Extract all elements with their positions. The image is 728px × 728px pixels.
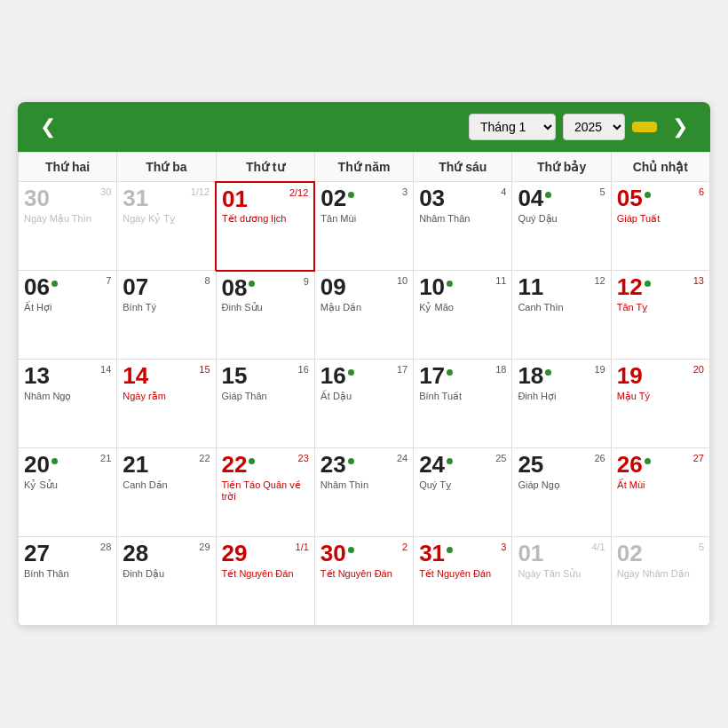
dot-green-icon — [645, 458, 651, 464]
lunar-name: Ngày rằm — [123, 391, 210, 402]
lunar-name: Bính Tuất — [419, 391, 506, 402]
calendar-week-4: 2827Bính Thân2928Đinh Dậu1/129Tết Nguyên… — [19, 537, 710, 626]
lunar-name: Nhâm Thân — [419, 213, 506, 224]
calendar-week-3: 2120Kỷ Sửu2221Canh Dần2322Tiền Táo Quân … — [19, 448, 710, 537]
calendar-day[interactable]: 1312Tân Tỵ — [611, 271, 709, 360]
dot-green-icon — [348, 192, 354, 198]
calendar-day[interactable]: 331Tết Nguyên Đán — [414, 537, 512, 626]
calendar-day[interactable]: 502Ngày Nhâm Dần — [611, 537, 709, 626]
dot-green-icon — [348, 369, 354, 376]
calendar-day[interactable]: 3030Ngày Mậu Thìn — [19, 182, 117, 271]
calendar-day[interactable]: 1413Nhâm Ngọ — [19, 360, 117, 448]
weekday-header-1: Thứ ba — [117, 152, 216, 182]
lunar-name: Nhâm Thìn — [320, 479, 408, 490]
calendar-day[interactable]: 1514Ngày rằm — [117, 360, 216, 448]
calendar-day[interactable]: 2423Nhâm Thìn — [314, 448, 413, 537]
lunar-name: Đinh Sửu — [222, 302, 309, 313]
year-select[interactable]: 2023202420252026 — [563, 114, 625, 140]
day-number: 18 — [518, 363, 605, 389]
day-number: 11 — [518, 274, 605, 300]
header-controls: Tháng 1Tháng 2Tháng 3Tháng 4Tháng 5Tháng… — [469, 114, 657, 140]
calendar-header: ❮ Tháng 1Tháng 2Tháng 3Tháng 4Tháng 5Thá… — [18, 102, 710, 152]
day-number: 17 — [419, 363, 506, 389]
lunar-name: Ất Dậu — [320, 391, 408, 402]
calendar-day[interactable]: 908Đinh Sửu — [216, 271, 314, 360]
calendar-day[interactable]: 2019Mậu Tý — [611, 360, 709, 448]
calendar-day[interactable]: 2221Canh Dần — [117, 448, 216, 537]
lunar-name: Nhâm Ngọ — [24, 391, 111, 402]
calendar-week-0: 3030Ngày Mậu Thìn1/1231Ngày Kỷ Tỵ2/1201T… — [19, 182, 710, 271]
dot-green-icon — [545, 369, 551, 376]
view-button[interactable] — [632, 122, 657, 132]
calendar-day[interactable]: 1211Canh Thìn — [512, 271, 611, 360]
day-number: 16 — [320, 363, 408, 389]
day-number: 24 — [419, 452, 506, 478]
calendar-body: 3030Ngày Mậu Thìn1/1231Ngày Kỷ Tỵ2/1201T… — [19, 182, 710, 626]
lunar-name: Đinh Hợi — [518, 391, 605, 402]
calendar-day[interactable]: 605Giáp Tuất — [611, 182, 709, 271]
lunar-name: Tết dương lịch — [222, 213, 308, 225]
day-number: 10 — [419, 274, 506, 300]
lunar-name: Tân Tỵ — [617, 302, 704, 313]
lunar-name: Ất Hợi — [24, 302, 111, 313]
day-number: 13 — [24, 363, 111, 389]
day-number: 03 — [419, 186, 506, 211]
calendar-day[interactable]: 1/1231Ngày Kỷ Tỵ — [117, 182, 216, 271]
calendar-day[interactable]: 1009Mậu Dần — [314, 271, 413, 360]
calendar-day[interactable]: 504Quý Dậu — [512, 182, 611, 271]
calendar-week-1: 706Ất Hợi807Bính Tý908Đinh Sửu1009Mậu Dầ… — [19, 271, 710, 360]
lunar-name: Kỷ Sửu — [24, 479, 111, 491]
lunar-name: Tết Nguyên Đán — [320, 568, 408, 580]
dot-green-icon — [51, 458, 58, 464]
calendar-day[interactable]: 2524Quý Tỵ — [414, 448, 512, 537]
calendar-day[interactable]: 2726Ất Mùi — [611, 448, 709, 537]
calendar-day[interactable]: 2120Kỷ Sửu — [19, 448, 117, 537]
calendar-day[interactable]: 706Ất Hợi — [19, 271, 117, 360]
lunar-name: Giáp Tuất — [617, 213, 704, 225]
calendar-day[interactable]: 1615Giáp Thân — [216, 360, 314, 448]
calendar-day[interactable]: 4/101Ngày Tân Sửu — [512, 537, 611, 626]
calendar-day[interactable]: 230Tết Nguyên Đán — [314, 537, 413, 626]
calendar-day[interactable]: 1110Kỷ Mão — [414, 271, 512, 360]
day-number: 19 — [617, 363, 704, 389]
lunar-name: Mậu Tý — [617, 391, 704, 402]
calendar-day[interactable]: 302Tân Mùi — [314, 182, 413, 271]
calendar-day[interactable]: 1918Đinh Hợi — [512, 360, 611, 448]
prev-month-button[interactable]: ❮ — [34, 113, 62, 141]
calendar-day[interactable]: 2928Đinh Dậu — [117, 537, 216, 626]
day-number: 31 — [419, 541, 506, 566]
weekday-header-4: Thứ sáu — [414, 152, 512, 182]
lunar-name: Kỷ Mão — [419, 302, 506, 313]
month-select[interactable]: Tháng 1Tháng 2Tháng 3Tháng 4Tháng 5Tháng… — [469, 114, 556, 140]
dot-green-icon — [348, 458, 354, 464]
calendar-day[interactable]: 2322Tiền Táo Quân về trời — [216, 448, 314, 537]
day-number: 12 — [617, 274, 704, 300]
day-number: 15 — [222, 363, 309, 389]
lunar-name: Tiền Táo Quân về trời — [222, 479, 309, 502]
weekday-header-3: Thứ năm — [314, 152, 413, 182]
dot-green-icon — [545, 192, 551, 198]
dot-green-icon — [249, 281, 255, 287]
day-number: 09 — [320, 274, 408, 300]
calendar-day[interactable]: 2827Bính Thân — [19, 537, 117, 626]
day-number: 06 — [24, 274, 111, 300]
next-month-button[interactable]: ❯ — [666, 113, 694, 141]
calendar-week-2: 1413Nhâm Ngọ1514Ngày rằm1615Giáp Thân171… — [19, 360, 710, 448]
calendar-day[interactable]: 1716Ất Dậu — [314, 360, 413, 448]
lunar-name: Bính Tý — [123, 302, 210, 313]
weekday-header-0: Thứ hai — [19, 152, 117, 182]
calendar-day[interactable]: 403Nhâm Thân — [414, 182, 512, 271]
day-number: 02 — [320, 186, 408, 211]
lunar-name: Ngày Kỷ Tỵ — [123, 213, 210, 225]
lunar-name: Tết Nguyên Đán — [419, 568, 506, 580]
dot-green-icon — [51, 281, 58, 287]
calendar-day[interactable]: 1817Bính Tuất — [414, 360, 512, 448]
calendar-container: ❮ Tháng 1Tháng 2Tháng 3Tháng 4Tháng 5Thá… — [18, 102, 710, 627]
calendar-day[interactable]: 2625Giáp Ngọ — [512, 448, 611, 537]
day-number: 21 — [123, 452, 210, 478]
calendar-day[interactable]: 807Bính Tý — [117, 271, 216, 360]
calendar-day[interactable]: 1/129Tết Nguyên Đán — [216, 537, 314, 626]
day-number: 28 — [123, 541, 210, 566]
calendar-day[interactable]: 2/1201Tết dương lịch — [216, 182, 314, 271]
dot-green-icon — [249, 458, 255, 464]
